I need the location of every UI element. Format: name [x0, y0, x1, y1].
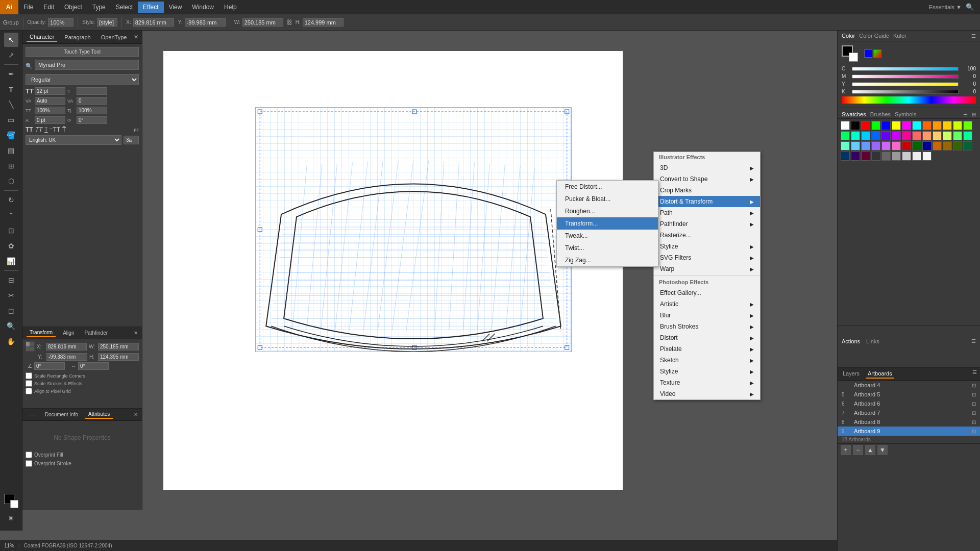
swatch-item[interactable] — [922, 121, 932, 130]
menu-svg-filters[interactable]: SVG Filters▶ — [654, 252, 760, 263]
tab-attributes[interactable]: Attributes — [85, 410, 113, 419]
submenu-zig-zag[interactable]: Zig Zag... — [557, 254, 658, 266]
tab-symbols[interactable]: Symbols — [895, 111, 916, 117]
artboard-row[interactable]: 9 Artboard 9 ⊡ — [838, 427, 980, 436]
overprint-fill-label[interactable]: Overprint Fill — [26, 452, 139, 458]
artboard-row[interactable]: 7 Artboard 7 ⊡ — [838, 408, 980, 417]
artboard-visibility-icon[interactable]: ⊡ — [972, 429, 976, 434]
align-pixel-label[interactable]: Align to Pixel Grid — [26, 388, 139, 394]
swatch-item[interactable] — [881, 131, 891, 140]
rotate-input[interactable] — [77, 116, 107, 124]
shape-svg[interactable] — [256, 108, 571, 352]
paint-bucket[interactable]: 🪣 — [4, 128, 18, 142]
artboard-add-btn[interactable]: + — [841, 445, 851, 455]
menu-help[interactable]: Help — [219, 2, 242, 13]
swatch-item[interactable] — [871, 131, 880, 140]
swatch-item[interactable] — [963, 141, 972, 151]
tab-pathfinder[interactable]: Pathfinder — [81, 329, 111, 337]
swatch-item[interactable] — [892, 152, 901, 161]
swatch-item[interactable] — [953, 141, 962, 151]
menu-crop-marks[interactable]: Crop Marks — [654, 185, 760, 196]
menu-window[interactable]: Window — [187, 2, 219, 13]
menu-texture[interactable]: Texture▶ — [654, 377, 760, 388]
zoom-tool[interactable]: 🔍 — [4, 319, 18, 333]
touch-type-btn[interactable]: Touch Type Tool — [26, 47, 139, 57]
artboard-visibility-icon[interactable]: ⊡ — [972, 401, 976, 407]
swatch-item[interactable] — [892, 141, 901, 151]
swatch-item[interactable] — [861, 121, 870, 130]
tab-doc-info2[interactable]: Document Info — [42, 411, 81, 418]
artboard-row[interactable]: 5 Artboard 5 ⊡ — [838, 390, 980, 399]
pen-tool[interactable]: ✒ — [4, 67, 18, 81]
font-search[interactable] — [35, 60, 139, 70]
layers-panel-menu[interactable]: ☰ — [972, 369, 977, 379]
tab-paragraph[interactable]: Paragraph — [61, 33, 93, 41]
swatch-item[interactable] — [933, 141, 942, 151]
style-input[interactable] — [97, 18, 117, 27]
kerning-input[interactable] — [35, 97, 65, 105]
swatch-item[interactable] — [922, 131, 932, 140]
artboard-up-btn[interactable]: ▲ — [865, 445, 875, 455]
menu-stylize-ps[interactable]: Stylize▶ — [654, 366, 760, 377]
menu-rasterize[interactable]: Rasterize... — [654, 230, 760, 241]
foreground-color-box[interactable] — [842, 45, 858, 62]
doc-panel-close[interactable]: ✕ — [134, 412, 138, 417]
transform-origin-grid[interactable] — [26, 341, 35, 352]
free-transform[interactable]: ⊡ — [4, 223, 18, 238]
swatch-item[interactable] — [943, 131, 952, 140]
artboard-visibility-icon[interactable]: ⊡ — [972, 392, 976, 397]
color-mode-cmyk[interactable] — [864, 49, 872, 58]
menu-distort-transform[interactable]: Distort & Transform▶ — [654, 196, 760, 207]
swatch-item[interactable] — [943, 141, 952, 151]
color-mode-rgb[interactable] — [873, 49, 881, 58]
submenu-free-distort[interactable]: Free Distort... — [557, 181, 658, 193]
color-boxes[interactable] — [4, 494, 18, 508]
artboard[interactable] — [255, 107, 572, 352]
artboard-row[interactable]: Artboard 4 ⊡ — [838, 381, 980, 390]
submenu-twist[interactable]: Twist... — [557, 242, 658, 254]
column-graph[interactable]: 📊 — [4, 254, 18, 268]
shape-builder[interactable]: ⬡ — [4, 174, 18, 188]
color-spectrum[interactable] — [842, 96, 976, 104]
overprint-fill-checkbox[interactable] — [26, 452, 32, 458]
transform-w[interactable] — [98, 343, 139, 350]
tab-color[interactable]: Color — [842, 33, 855, 39]
swatch-item[interactable] — [841, 141, 850, 151]
scale-strokes-label[interactable]: Scale Strokes & Effects — [26, 380, 139, 387]
artboard-row[interactable]: 6 Artboard 6 ⊡ — [838, 399, 980, 408]
submenu-transform[interactable]: Transform... — [557, 217, 658, 230]
scale-rect-checkbox[interactable] — [26, 372, 32, 379]
swatch-item[interactable] — [922, 152, 932, 161]
swatch-item[interactable] — [871, 141, 880, 151]
transform-x[interactable] — [46, 343, 87, 350]
swatches-panel-menu[interactable]: ☰ — [963, 112, 968, 117]
selection-tool[interactable]: ↖ — [4, 33, 18, 47]
tab-brushes[interactable]: Brushes — [870, 111, 891, 117]
tab-align[interactable]: Align — [60, 329, 77, 337]
artboard-tool[interactable]: ⊟ — [4, 273, 18, 287]
swatch-item[interactable] — [892, 131, 901, 140]
menu-pixelate[interactable]: Pixelate▶ — [654, 343, 760, 355]
swatch-item[interactable] — [953, 131, 962, 140]
swatch-item[interactable] — [881, 152, 891, 161]
menu-convert-to-shape[interactable]: Convert to Shape▶ — [654, 173, 760, 185]
tab-document-info[interactable]: — — [27, 411, 38, 418]
channel-m-slider[interactable] — [852, 74, 959, 79]
swatch-item[interactable] — [841, 121, 850, 130]
tab-character[interactable]: Character — [27, 33, 57, 42]
tracking-input[interactable] — [77, 97, 107, 105]
slice-tool[interactable]: ✂ — [4, 288, 18, 303]
artboard-visibility-icon[interactable]: ⊡ — [972, 419, 976, 425]
artboard-visibility-icon[interactable]: ⊡ — [972, 383, 976, 388]
type-tool[interactable]: T — [4, 82, 18, 96]
swatch-item[interactable] — [933, 131, 942, 140]
swatch-item[interactable] — [861, 131, 870, 140]
swatch-item[interactable] — [912, 152, 921, 161]
menu-artistic[interactable]: Artistic▶ — [654, 298, 760, 310]
menu-effect[interactable]: Effect — [138, 2, 163, 13]
menu-type[interactable]: Type — [87, 2, 111, 13]
swatch-item[interactable] — [922, 141, 932, 151]
rotate-tool[interactable]: ↻ — [4, 193, 18, 207]
tab-layers[interactable]: Layers — [841, 369, 862, 379]
menu-stylize-ill[interactable]: Stylize▶ — [654, 241, 760, 252]
